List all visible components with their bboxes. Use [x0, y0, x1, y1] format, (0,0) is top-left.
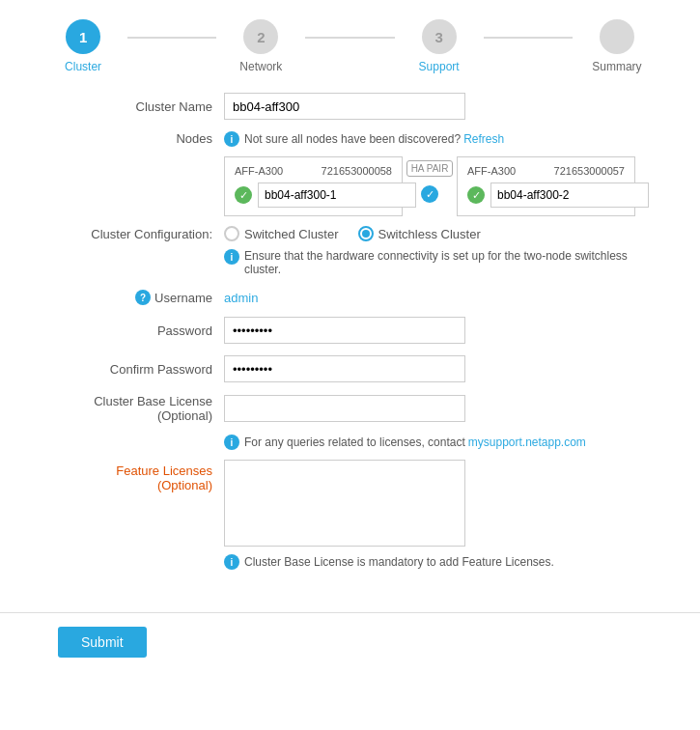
switchless-cluster-option[interactable]: Switchless Cluster: [358, 226, 481, 241]
cluster-name-input[interactable]: [224, 93, 465, 120]
ha-pair-connector: HA PAIR ✓: [403, 170, 457, 203]
license-link[interactable]: mysupport.netapp.com: [468, 435, 586, 449]
step-cluster: 1 Cluster: [39, 19, 127, 73]
feature-licenses-input[interactable]: [224, 460, 465, 547]
form-area: Cluster Name Nodes i Not sure all nodes …: [0, 83, 700, 603]
step-circle-1: 1: [66, 19, 100, 54]
divider: [0, 612, 700, 613]
node2-header: AFF-A300 721653000057: [467, 165, 625, 177]
node2-check-icon: ✓: [467, 186, 485, 204]
feature-licenses-label: Feature Licenses (Optional): [58, 460, 212, 492]
base-license-info: i Cluster Base License is mandatory to a…: [224, 554, 642, 570]
node1-serial: 721653000058: [322, 165, 392, 177]
ha-pair-badge: HA PAIR: [406, 160, 454, 177]
cluster-name-row: Cluster Name: [58, 93, 642, 120]
node2-name-input[interactable]: [490, 182, 649, 208]
step-circle-3: 3: [422, 19, 457, 54]
confirm-password-row: Confirm Password: [58, 355, 642, 382]
refresh-link[interactable]: Refresh: [463, 132, 504, 146]
nodes-cards: AFF-A300 721653000058 ✓ HA PAIR ✓: [224, 156, 635, 216]
step-connector-3: [484, 37, 573, 39]
step-label-cluster: Cluster: [65, 60, 101, 73]
license-info: i For any queries related to licenses, c…: [224, 435, 642, 450]
node1-input-row: ✓: [235, 182, 392, 208]
node2-input-row: ✓: [467, 182, 625, 208]
node1-model: AFF-A300: [235, 165, 283, 177]
cluster-base-license-input[interactable]: [224, 395, 465, 422]
node2-serial: 721653000057: [554, 165, 625, 177]
submit-area: Submit: [0, 627, 700, 677]
feature-licenses-row: Feature Licenses (Optional): [58, 460, 642, 547]
submit-button[interactable]: Submit: [58, 627, 147, 658]
ensure-info-icon: i: [224, 249, 239, 265]
confirm-password-input[interactable]: [224, 355, 465, 382]
username-row: ? Username admin: [58, 290, 642, 305]
cluster-config-label: Cluster Configuration:: [58, 227, 212, 241]
switchless-radio-circle[interactable]: [358, 226, 374, 241]
step-label-support: Support: [419, 60, 460, 73]
switched-cluster-option[interactable]: Switched Cluster: [224, 226, 339, 241]
license-info-text: For any queries related to licenses, con…: [244, 435, 465, 449]
cluster-base-license-row: Cluster Base License (Optional): [58, 394, 642, 423]
switchless-cluster-label: Switchless Cluster: [378, 227, 481, 241]
nodes-wrapper: Nodes i Not sure all nodes have been dis…: [58, 131, 642, 216]
nodes-label: Nodes: [58, 131, 212, 146]
cluster-base-license-label: Cluster Base License (Optional): [58, 394, 212, 423]
radio-group: Switched Cluster Switchless Cluster: [224, 226, 481, 241]
ha-pair-checkrow: ✓: [421, 185, 438, 203]
username-help-icon[interactable]: ?: [135, 290, 151, 305]
switched-radio-circle[interactable]: [224, 226, 239, 241]
step-circle-2: 2: [243, 19, 278, 54]
base-license-info-icon: i: [224, 554, 239, 570]
nodes-content: i Not sure all nodes have been discovere…: [224, 131, 635, 216]
step-support: 3 Support: [395, 19, 484, 73]
license-info-icon: i: [224, 435, 239, 450]
nodes-info-row: i Not sure all nodes have been discovere…: [224, 131, 635, 147]
password-input[interactable]: [224, 317, 465, 344]
step-label-network: Network: [239, 60, 282, 73]
username-label: Username: [154, 291, 212, 305]
username-value: admin: [224, 291, 258, 305]
step-connector-2: [305, 37, 394, 39]
node1-check-icon: ✓: [235, 186, 252, 204]
ensure-info-text: Ensure that the hardware connectivity is…: [244, 249, 642, 276]
ha-pair-check-icon: ✓: [421, 185, 438, 203]
step-circle-4: [600, 19, 634, 54]
step-network: 2 Network: [216, 19, 305, 73]
node1-header: AFF-A300 721653000058: [235, 165, 392, 177]
node-card-1: AFF-A300 721653000058 ✓: [224, 156, 403, 216]
step-label-summary: Summary: [592, 60, 641, 73]
node2-model: AFF-A300: [467, 165, 516, 177]
node1-name-input[interactable]: [258, 182, 416, 208]
ensure-info: i Ensure that the hardware connectivity …: [224, 249, 642, 276]
nodes-info-text: Not sure all nodes have been discovered?: [244, 132, 461, 146]
nodes-info-icon: i: [224, 131, 239, 147]
step-summary: Summary: [573, 19, 661, 73]
switched-cluster-label: Switched Cluster: [244, 227, 339, 241]
base-license-mandatory-text: Cluster Base License is mandatory to add…: [244, 555, 554, 569]
confirm-password-label: Confirm Password: [58, 362, 212, 377]
password-row: Password: [58, 317, 642, 344]
cluster-config-row: Cluster Configuration: Switched Cluster …: [58, 226, 642, 241]
node-card-2: AFF-A300 721653000057 ✓: [457, 156, 635, 216]
username-label-wrapper: ? Username: [58, 290, 212, 305]
step-connector-1: [127, 37, 216, 39]
ha-pair-line: HA PAIR: [410, 170, 449, 172]
password-label: Password: [58, 323, 212, 338]
cluster-name-label: Cluster Name: [58, 99, 212, 114]
stepper: 1 Cluster 2 Network 3 Support Summary: [0, 0, 700, 83]
